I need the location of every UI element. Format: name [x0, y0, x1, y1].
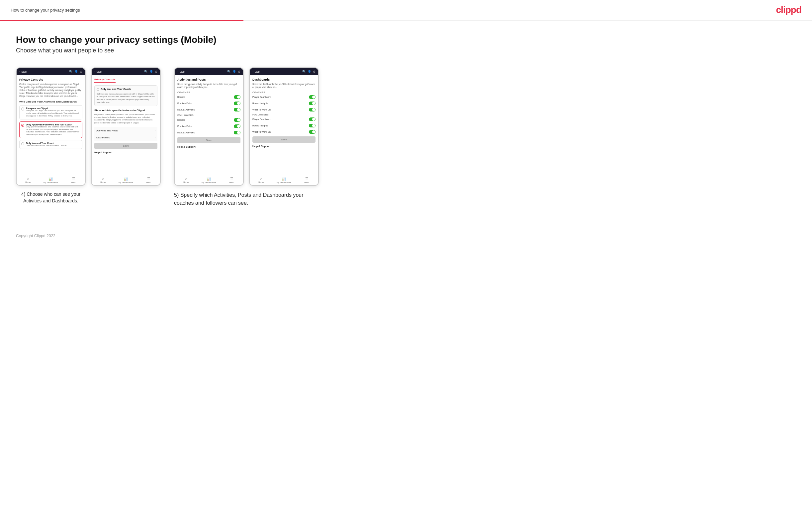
settings-icon-3[interactable]: ⚙ [238, 70, 241, 73]
step-4-block: ‹ Back 🔍 👤 ⚙ Privacy Controls Control ho… [16, 67, 161, 204]
settings-icon-2[interactable]: ⚙ [155, 70, 157, 73]
toggle-work-on-coaches-switch[interactable] [309, 108, 315, 111]
nav-performance-3[interactable]: 📊 My Performance [198, 175, 220, 185]
screen-2-back-label: Back [97, 70, 102, 73]
search-icon-4[interactable]: 🔍 [302, 70, 306, 73]
toggle-work-on-coaches: What To Work On [252, 107, 315, 112]
back-icon[interactable]: ‹ [19, 70, 20, 73]
coaches-section-4: COACHES Player Dashboard Round Insights … [252, 91, 315, 112]
toggle-work-on-followers-switch[interactable] [309, 130, 315, 134]
nav-dashboards[interactable]: Dashboards › [94, 134, 157, 141]
radio-option-coach-only[interactable]: Only You and Your Coach Only you and the… [19, 140, 82, 149]
save-button-3[interactable]: Save [177, 137, 241, 143]
screen-2-mockup: ‹ Back 🔍 👤 ⚙ Privacy Controls [91, 67, 161, 186]
nav-home-4[interactable]: ⌂ Home [250, 175, 273, 185]
profile-icon[interactable]: 👤 [74, 70, 78, 73]
nav-activities-posts[interactable]: Activities and Posts › [94, 127, 157, 134]
screen-1-header: ‹ Back 🔍 👤 ⚙ [16, 68, 85, 75]
home-icon-2: ⌂ [102, 177, 104, 181]
home-icon-3: ⌂ [185, 177, 187, 181]
screen-2-bottom-nav: ⌂ Home 📊 My Performance ☰ Menu [92, 175, 160, 185]
toggle-player-dash-followers: Player Dashboard [252, 117, 315, 122]
screen-4-bottom-nav: ⌂ Home 📊 My Performance ☰ Menu [250, 175, 318, 185]
radio-label-everyone: Everyone on Clippd [26, 107, 81, 110]
activities-posts-desc: Select the types of activity that you'd … [177, 82, 241, 89]
toggle-rounds-followers-switch[interactable] [234, 118, 241, 122]
save-button-4[interactable]: Save [252, 136, 315, 143]
screen-4-mockup: ‹ Back 🔍 👤 ⚙ Dashboards Select the dashb… [249, 67, 319, 186]
toggle-round-insights-followers-switch[interactable] [309, 124, 315, 127]
nav-performance-2[interactable]: 📊 My Performance [114, 175, 138, 185]
screen-3-mockup: ‹ Back 🔍 👤 ⚙ Activities and Posts Select… [174, 67, 244, 186]
back-icon-2[interactable]: ‹ [94, 70, 95, 73]
settings-icon-4[interactable]: ⚙ [313, 70, 315, 73]
nav-menu-4[interactable]: ☰ Menu [295, 175, 318, 185]
screen-1-back-label: Back [21, 70, 27, 73]
nav-menu-3[interactable]: ☰ Menu [220, 175, 243, 185]
radio-desc-everyone: Everyone on Clippd can search for you an… [26, 110, 81, 117]
activities-posts-label: Activities and Posts [96, 129, 118, 132]
nav-home-3[interactable]: ⌂ Home [175, 175, 198, 185]
privacy-controls-title: Privacy Controls [19, 78, 82, 81]
toggle-rounds-coaches: Rounds [177, 95, 241, 100]
option-box-title: Only You and Your Coach [101, 88, 131, 91]
save-button-2[interactable]: Save [94, 143, 157, 149]
help-support-3: Help & Support [177, 145, 241, 148]
privacy-tab: Privacy Controls [94, 78, 115, 82]
toggle-manual-followers-switch[interactable] [234, 131, 241, 134]
main-content: How to change your privacy settings (Mob… [0, 21, 812, 227]
profile-icon-4[interactable]: 👤 [308, 70, 311, 73]
nav-menu-2[interactable]: ☰ Menu [137, 175, 160, 185]
followers-section-4: FOLLOWERS Player Dashboard Round Insight… [252, 113, 315, 134]
toggle-rounds-coaches-switch[interactable] [234, 95, 241, 99]
nav-performance-1[interactable]: 📊 My Performance [40, 175, 62, 185]
nav-home-2[interactable]: ⌂ Home [92, 175, 114, 185]
screen-1-mockup: ‹ Back 🔍 👤 ⚙ Privacy Controls Control ho… [16, 67, 86, 186]
toggle-player-dash-followers-switch[interactable] [309, 117, 315, 121]
search-icon-2[interactable]: 🔍 [144, 70, 148, 73]
screen-4-body: Dashboards Select the dashboards that yo… [250, 75, 318, 175]
menu-icon-1: ☰ [72, 177, 75, 181]
option-box-coach-only: Only You and Your Coach Only you and the… [94, 85, 157, 106]
toggle-manual-coaches: Manual Activities [177, 107, 241, 112]
radio-circle-everyone [21, 108, 24, 111]
chart-icon-1: 📊 [49, 177, 53, 181]
nav-performance-4[interactable]: 📊 My Performance [273, 175, 296, 185]
search-icon-3[interactable]: 🔍 [227, 70, 231, 73]
toggle-drills-followers-switch[interactable] [234, 124, 241, 128]
menu-icon-4: ☰ [305, 177, 309, 181]
dashboards-title: Dashboards [252, 78, 315, 81]
step-5-block: ‹ Back 🔍 👤 ⚙ Activities and Posts Select… [174, 67, 320, 207]
toggle-work-on-followers: What To Work On [252, 129, 315, 134]
logo: clippd [776, 5, 801, 15]
toggle-drills-coaches-switch[interactable] [234, 102, 241, 105]
step-4-caption-text: 4) Choose who can see your Activities an… [21, 191, 81, 204]
toggle-manual-coaches-switch[interactable] [234, 108, 241, 111]
toggle-round-insights-coaches-switch[interactable] [309, 102, 315, 105]
step-5-caption-text: 5) Specify which Activities, Posts and D… [174, 192, 304, 206]
back-icon-4[interactable]: ‹ [252, 70, 253, 73]
screen-3-bottom-nav: ⌂ Home 📊 My Performance ☰ Menu [175, 175, 243, 185]
nav-menu-1[interactable]: ☰ Menu [62, 175, 85, 185]
dashboards-label: Dashboards [96, 136, 110, 139]
home-icon-4: ⌂ [260, 177, 262, 181]
help-support-2: Help & Support [94, 151, 157, 154]
chart-icon-3: 📊 [207, 177, 211, 181]
page-subtitle: Choose what you want people to see [16, 47, 796, 54]
radio-option-approved[interactable]: Only Approved Followers and Your Coach O… [19, 121, 82, 138]
radio-option-everyone[interactable]: Everyone on Clippd Everyone on Clippd ca… [19, 105, 82, 119]
settings-icon[interactable]: ⚙ [80, 70, 82, 73]
back-icon-3[interactable]: ‹ [177, 70, 179, 73]
screen-3-header: ‹ Back 🔍 👤 ⚙ [175, 68, 243, 75]
toggle-player-dash-coaches-switch[interactable] [309, 95, 315, 99]
profile-icon-3[interactable]: 👤 [233, 70, 236, 73]
search-icon[interactable]: 🔍 [69, 70, 73, 73]
screen-1-body: Privacy Controls Control how you and you… [16, 75, 85, 175]
screen-1-bottom-nav: ⌂ Home 📊 My Performance ☰ Menu [16, 175, 85, 185]
profile-icon-2[interactable]: 👤 [149, 70, 153, 73]
page-title: How to change your privacy settings (Mob… [16, 35, 796, 45]
nav-home-1[interactable]: ⌂ Home [16, 175, 40, 185]
page-breadcrumb: How to change your privacy settings [11, 8, 80, 13]
menu-icon-3: ☰ [230, 177, 234, 181]
coaches-label-4: COACHES [252, 91, 315, 94]
